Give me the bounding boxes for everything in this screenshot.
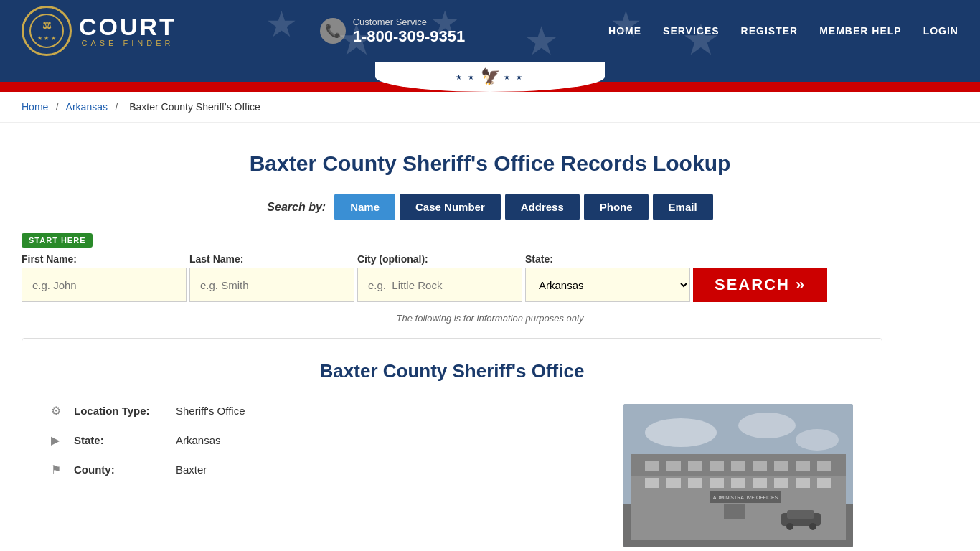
phone-icon: 📞 [320, 18, 346, 44]
location-type-key: Location Type: [74, 405, 167, 417]
svg-rect-26 [796, 478, 810, 488]
nav-member-help[interactable]: MEMBER HELP [819, 25, 901, 37]
county-val: Baxter [176, 463, 207, 476]
svg-rect-12 [688, 461, 702, 471]
state-val: Arkansas [176, 434, 221, 446]
city-input[interactable] [357, 268, 522, 302]
breadcrumb: Home / Arkansas / Baxter County Sheriff'… [0, 92, 980, 123]
breadcrumb-state[interactable]: Arkansas [66, 101, 108, 113]
info-row-state: ▶ State: Arkansas [51, 433, 602, 447]
logo-badge: ⚖ ★ ★ ★ [22, 6, 72, 56]
svg-point-5 [738, 413, 796, 438]
phone-number: 1-800-309-9351 [353, 27, 466, 46]
svg-point-4 [645, 418, 717, 447]
breadcrumb-sep2: / [115, 101, 121, 113]
logo-court-text: COURT [79, 14, 176, 39]
phone-area: 📞 Customer Service 1-800-309-9351 [320, 17, 466, 46]
state-key: State: [74, 434, 167, 446]
main-nav: HOME SERVICES REGISTER MEMBER HELP LOGIN [608, 25, 958, 37]
svg-rect-18 [817, 461, 831, 471]
svg-rect-13 [710, 461, 724, 471]
svg-rect-23 [731, 478, 745, 488]
building-image: ADMINISTRATIVE OFFICES [623, 404, 853, 547]
tab-case-number[interactable]: Case Number [400, 194, 501, 220]
info-note: The following is for information purpose… [22, 313, 958, 324]
svg-point-6 [796, 429, 839, 451]
page-title: Baxter County Sheriff's Office Records L… [22, 151, 958, 176]
logo-finder-text: CASE FINDER [79, 39, 176, 47]
svg-text:⚖: ⚖ [42, 19, 52, 31]
info-card-title: Baxter County Sheriff's Office [51, 360, 853, 382]
location-type-icon: ⚙ [51, 404, 65, 418]
tab-address[interactable]: Address [505, 194, 580, 220]
info-details: ⚙ Location Type: Sheriff's Office ▶ Stat… [51, 404, 602, 547]
breadcrumb-sep1: / [56, 101, 62, 113]
location-type-val: Sheriff's Office [176, 405, 245, 417]
nav-services[interactable]: SERVICES [663, 25, 720, 37]
svg-text:ADMINISTRATIVE OFFICES: ADMINISTRATIVE OFFICES [713, 495, 778, 500]
svg-rect-24 [753, 478, 767, 488]
tab-email[interactable]: Email [653, 194, 713, 220]
svg-rect-21 [688, 478, 702, 488]
svg-rect-14 [731, 461, 745, 471]
svg-rect-11 [666, 461, 681, 471]
search-by-label: Search by: [267, 201, 326, 214]
customer-service-label: Customer Service [353, 17, 466, 27]
info-row-county: ⚑ County: Baxter [51, 463, 602, 476]
header-eagle-area: ★ ★ 🦅 ★ ★ [0, 62, 980, 92]
nav-register[interactable]: REGISTER [741, 25, 798, 37]
search-by-row: Search by: Name Case Number Address Phon… [22, 194, 958, 220]
svg-rect-17 [796, 461, 810, 471]
svg-rect-27 [817, 478, 831, 488]
county-row-icon: ⚑ [51, 463, 65, 476]
svg-rect-32 [787, 510, 814, 519]
svg-rect-16 [774, 461, 788, 471]
state-select[interactable]: Arkansas Alabama Alaska Arizona Californ… [525, 268, 690, 302]
svg-rect-30 [724, 504, 745, 519]
info-card: Baxter County Sheriff's Office ⚙ Locatio… [22, 338, 882, 551]
svg-rect-20 [666, 478, 681, 488]
search-button[interactable]: SEARCH » [693, 268, 827, 302]
county-key: County: [74, 463, 167, 476]
state-row-icon: ▶ [51, 433, 65, 447]
svg-rect-22 [710, 478, 724, 488]
state-label: State: [525, 253, 690, 265]
svg-rect-25 [774, 478, 788, 488]
search-form: First Name: Last Name: City (optional): … [22, 253, 958, 302]
svg-point-34 [809, 523, 816, 530]
lastname-input[interactable] [189, 268, 354, 302]
svg-point-33 [786, 523, 793, 530]
firstname-input[interactable] [22, 268, 187, 302]
nav-home[interactable]: HOME [608, 25, 641, 37]
svg-rect-19 [645, 478, 659, 488]
nav-login[interactable]: LOGIN [923, 25, 958, 37]
breadcrumb-current: Baxter County Sheriff's Office [129, 101, 260, 113]
svg-rect-15 [753, 461, 767, 471]
logo[interactable]: ⚖ ★ ★ ★ COURT CASE FINDER [22, 6, 176, 56]
tab-phone[interactable]: Phone [584, 194, 649, 220]
tab-name[interactable]: Name [334, 194, 395, 220]
city-label: City (optional): [357, 253, 522, 265]
lastname-label: Last Name: [189, 253, 354, 265]
firstname-label: First Name: [22, 253, 187, 265]
start-here-badge: START HERE [22, 233, 93, 248]
svg-rect-10 [645, 461, 659, 471]
svg-text:★ ★ ★: ★ ★ ★ [37, 35, 55, 42]
info-row-location-type: ⚙ Location Type: Sheriff's Office [51, 404, 602, 418]
breadcrumb-home[interactable]: Home [22, 101, 48, 113]
